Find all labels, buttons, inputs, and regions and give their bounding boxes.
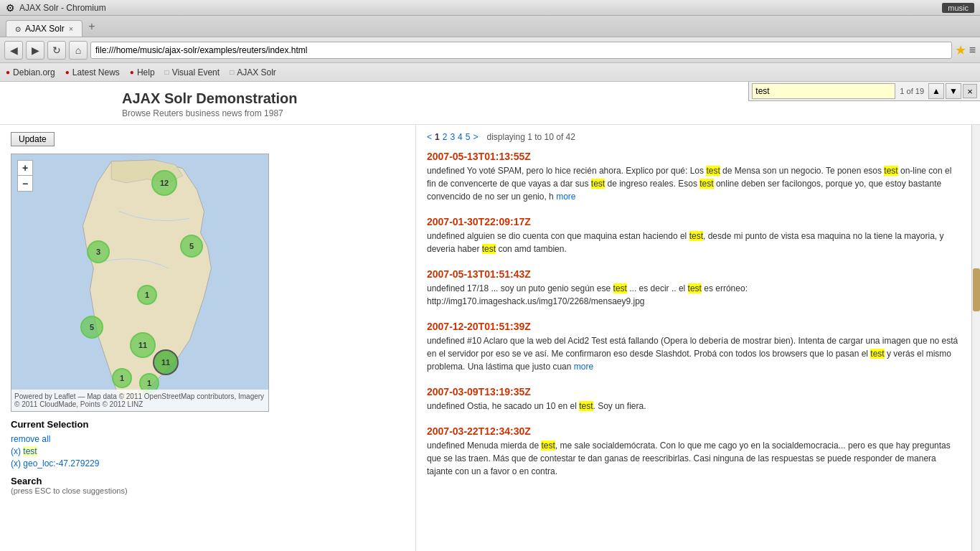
page-body: Update + − — [0, 125, 980, 551]
filter-geo[interactable]: (x) geo_loc:-47.279229 — [11, 458, 405, 468]
page-info: displaying 1 to 10 of 42 — [486, 132, 575, 142]
ajax-solr-icon: □ — [230, 68, 234, 76]
home-button[interactable]: ⌂ — [69, 41, 88, 60]
browser-menu-button[interactable]: ≡ — [969, 44, 976, 57]
filter-test-tag: test — [23, 446, 37, 456]
page-5-link[interactable]: 5 — [466, 132, 471, 142]
page-3-link[interactable]: 3 — [450, 132, 455, 142]
scrollbar-track[interactable] — [971, 125, 980, 551]
bookmark-latest-news[interactable]: ● Latest News — [65, 67, 120, 77]
bookmark-help-label: Help — [137, 67, 155, 77]
map-controls: + − — [17, 160, 33, 192]
address-bar[interactable] — [90, 42, 952, 59]
find-close-button[interactable]: × — [963, 84, 977, 98]
browser-titlebar: ⚙ AJAX Solr - Chromium music — [0, 0, 980, 16]
highlight: test — [591, 179, 605, 189]
result-date-link[interactable]: 2007-12-20T01:51:39Z — [427, 321, 961, 332]
search-hint: (press ESC to close suggestions) — [11, 486, 405, 495]
page-prev-link[interactable]: < — [427, 132, 432, 142]
find-prev-button[interactable]: ▲ — [928, 83, 944, 99]
bookmark-debian-label: Debian.org — [13, 67, 55, 77]
browser-toolbar: ◀ ▶ ↻ ⌂ ★ ≡ — [0, 37, 980, 63]
latest-news-icon: ● — [65, 68, 70, 76]
find-input[interactable] — [752, 83, 895, 99]
find-count: 1 of 19 — [897, 87, 927, 95]
highlight: test — [689, 231, 703, 241]
highlight: test — [482, 244, 496, 254]
debian-icon: ● — [6, 68, 10, 76]
result-date-link[interactable]: 2007-05-13T01:51:43Z — [427, 268, 961, 280]
result-item: 2007-12-20T01:51:39Z undefined #10 Aclar… — [427, 321, 961, 373]
result-item: 2007-01-30T22:09:17Z undefined alguien s… — [427, 216, 961, 255]
current-selection-title: Current Selection — [11, 419, 405, 430]
results-panel: < 1 2 3 4 5 > displaying 1 to 10 of 42 2… — [416, 125, 971, 551]
result-more-link[interactable]: more — [556, 192, 575, 202]
result-text: undefined alguien se dio cuenta con que … — [427, 231, 944, 254]
cluster-11b[interactable]: 11 — [153, 349, 179, 375]
cluster-5a[interactable]: 5 — [180, 235, 203, 258]
tab-label: AJAX Solr — [25, 24, 65, 34]
taskbar-label: music — [942, 3, 974, 13]
bookmark-help[interactable]: ● Help — [130, 67, 155, 77]
find-next-button[interactable]: ▼ — [946, 83, 961, 99]
reload-button[interactable]: ↻ — [47, 41, 66, 60]
result-item: 2007-03-09T13:19:35Z undefined Ostia, he… — [427, 386, 961, 413]
result-date-link[interactable]: 2007-05-13T01:13:55Z — [427, 151, 961, 162]
tab-close-button[interactable]: × — [69, 24, 73, 33]
result-date-link[interactable]: 2007-01-30T22:09:17Z — [427, 216, 961, 227]
cluster-11a[interactable]: 11 — [130, 332, 156, 358]
bookmark-visual-event[interactable]: □ Visual Event — [165, 67, 220, 77]
bookmarks-bar: ● Debian.org ● Latest News ● Help □ Visu… — [0, 63, 980, 82]
page-2-link[interactable]: 2 — [443, 132, 448, 142]
new-tab-button[interactable]: + — [83, 17, 100, 36]
current-selection-section: Current Selection remove all (x) test (x… — [11, 419, 405, 468]
page-1-link[interactable]: 1 — [435, 132, 440, 142]
update-button[interactable]: Update — [11, 132, 55, 146]
page-4-link[interactable]: 4 — [458, 132, 463, 142]
bookmark-debian[interactable]: ● Debian.org — [6, 67, 55, 77]
tab-favicon: ⊙ — [15, 25, 21, 33]
find-bar: 1 of 19 ▲ ▼ × — [748, 82, 980, 101]
highlight: test — [688, 283, 702, 293]
search-title: Search — [11, 476, 405, 486]
result-text: undefined 17/18 ... soy un puto genio se… — [427, 283, 748, 306]
cluster-5b[interactable]: 5 — [80, 316, 103, 339]
filter-test[interactable]: (x) test — [11, 446, 405, 456]
result-item: 2007-05-13T01:51:43Z undefined 17/18 ...… — [427, 268, 961, 308]
map-svg — [11, 154, 268, 411]
browser-tab[interactable]: ⊙ AJAX Solr × — [6, 20, 83, 37]
cluster-1a[interactable]: 1 — [137, 285, 157, 305]
scrollbar-thumb[interactable] — [973, 268, 980, 311]
bookmark-star-button[interactable]: ★ — [955, 42, 966, 58]
page-next-link[interactable]: > — [473, 132, 478, 142]
bookmark-latest-news-label: Latest News — [72, 67, 120, 77]
map-caption: Powered by Leaflet — Map data © 2011 Ope… — [11, 390, 268, 411]
cluster-1b[interactable]: 1 — [112, 368, 132, 388]
pagination: < 1 2 3 4 5 > displaying 1 to 10 of 42 — [427, 132, 961, 142]
map-container[interactable]: + − 12 3 5 1 5 11 11 1 1 Powered by Leaf… — [11, 154, 269, 412]
page-content: AJAX Solr Demonstration Browse Reuters b… — [0, 82, 980, 551]
map-zoom-out-button[interactable]: − — [17, 176, 33, 192]
highlight: test — [870, 349, 884, 359]
result-text: undefined Ostia, he sacado un 10 en el t… — [427, 401, 646, 411]
cluster-12[interactable]: 12 — [151, 170, 177, 196]
result-date-link[interactable]: 2007-03-09T13:19:35Z — [427, 386, 961, 397]
result-text: undefined Menuda mierda de test, me sale… — [427, 441, 951, 476]
back-button[interactable]: ◀ — [4, 41, 23, 60]
map-zoom-in-button[interactable]: + — [17, 160, 33, 176]
cluster-3[interactable]: 3 — [87, 240, 110, 263]
highlight: test — [699, 179, 713, 189]
result-more-link[interactable]: more — [574, 362, 593, 372]
browser-icon: ⚙ — [6, 2, 15, 14]
visual-event-icon: □ — [165, 68, 169, 76]
bookmark-ajax-solr[interactable]: □ AJAX Solr — [230, 67, 276, 77]
page-subtitle: Browse Reuters business news from 1987 — [122, 108, 966, 118]
help-icon: ● — [130, 68, 134, 76]
remove-all-link[interactable]: remove all — [11, 434, 405, 444]
highlight: test — [541, 441, 555, 451]
highlight: test — [884, 166, 897, 176]
search-section: Search (press ESC to close suggestions) — [11, 476, 405, 495]
browser-tabbar: ⊙ AJAX Solr × + — [0, 16, 980, 37]
forward-button[interactable]: ▶ — [26, 41, 44, 60]
result-date-link[interactable]: 2007-03-22T12:34:30Z — [427, 425, 961, 437]
